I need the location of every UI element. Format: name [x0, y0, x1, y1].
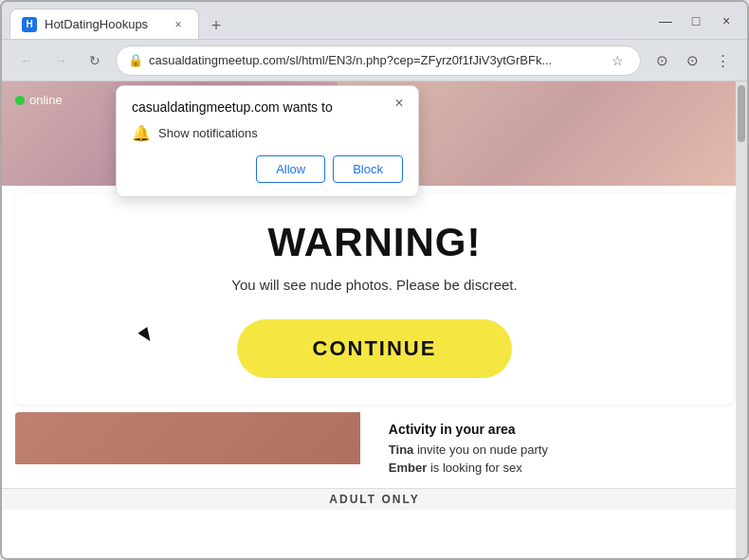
adult-only-label: ADULT ONLY — [329, 493, 419, 506]
allow-button[interactable]: Allow — [256, 155, 325, 183]
bookmark-button[interactable]: ☆ — [606, 49, 629, 72]
tab-area: H HotDatingHookups × + — [9, 2, 649, 39]
url-bar[interactable]: 🔒 casualdatingmeetup.com/sl/html/EN3/n.p… — [116, 45, 641, 76]
activity-item-2: Ember is looking for sex — [389, 461, 707, 475]
close-button[interactable]: × — [713, 8, 740, 34]
activity-text-2: is looking for sex — [427, 461, 521, 475]
permission-text: Show notifications — [158, 126, 258, 140]
browser-window: H HotDatingHookups × + — □ × ← → ↻ 🔒 cas… — [0, 0, 749, 560]
forward-button[interactable]: → — [47, 47, 74, 74]
reload-button[interactable]: ↻ — [82, 47, 108, 74]
back-button[interactable]: ← — [13, 47, 40, 74]
url-actions: ☆ — [606, 49, 629, 72]
activity-section: Activity in your area Tina invite you on… — [375, 412, 721, 488]
activity-item-1: Tina invite you on nude party — [389, 443, 707, 457]
lock-icon: 🔒 — [128, 53, 143, 67]
scrollbar-thumb[interactable] — [738, 85, 745, 142]
activity-text-1: invite you on nude party — [413, 443, 548, 457]
tab-title: HotDatingHookups — [45, 17, 162, 31]
online-dot — [15, 96, 25, 105]
activity-user-2: Ember — [389, 461, 427, 475]
warning-section: WARNING! You will see nude photos. Pleas… — [15, 193, 734, 405]
block-button[interactable]: Block — [333, 155, 403, 183]
popup-close-button[interactable]: × — [390, 94, 409, 113]
tab-close-button[interactable]: × — [170, 16, 187, 33]
window-controls: — □ × — [652, 8, 740, 34]
profile-button[interactable]: ⊙ — [679, 47, 705, 74]
activity-user-1: Tina — [389, 443, 414, 457]
minimize-button[interactable]: — — [652, 8, 679, 34]
url-text: casualdatingmeetup.com/sl/html/EN3/n.php… — [149, 53, 600, 67]
maximize-button[interactable]: □ — [683, 8, 709, 34]
download-icon[interactable]: ⊙ — [649, 47, 675, 74]
scrollbar[interactable] — [736, 81, 747, 558]
activity-content-area: Activity in your area Tina invite you on… — [362, 412, 734, 488]
activity-title: Activity in your area — [389, 422, 707, 437]
notification-popup: casualdatingmeetup.com wants to × 🔔 Show… — [116, 85, 419, 197]
continue-button[interactable]: CONTINUE — [237, 319, 513, 378]
warning-title: WARNING! — [34, 220, 715, 265]
popup-permission: 🔔 Show notifications — [132, 124, 403, 142]
active-tab[interactable]: H HotDatingHookups × — [9, 9, 199, 39]
page-content: online jf WARNING! You will see nude pho… — [2, 81, 747, 558]
adult-only-bar: ADULT ONLY — [2, 488, 747, 510]
popup-title: casualdatingmeetup.com wants to — [132, 99, 403, 115]
activity-image-left — [15, 412, 360, 464]
online-status-text: online — [29, 93, 63, 107]
address-bar: ← → ↻ 🔒 casualdatingmeetup.com/sl/html/E… — [2, 40, 747, 81]
popup-buttons: Allow Block — [132, 155, 403, 183]
title-bar: H HotDatingHookups × + — □ × — [2, 2, 747, 40]
new-tab-button[interactable]: + — [203, 12, 229, 39]
tab-favicon: H — [22, 17, 37, 32]
online-badge: online — [15, 93, 63, 107]
warning-subtitle: You will see nude photos. Please be disc… — [34, 277, 715, 293]
bell-icon: 🔔 — [132, 124, 151, 142]
menu-button[interactable]: ⋮ — [709, 47, 736, 74]
browser-actions: ⊙ ⊙ ⋮ — [649, 47, 736, 74]
